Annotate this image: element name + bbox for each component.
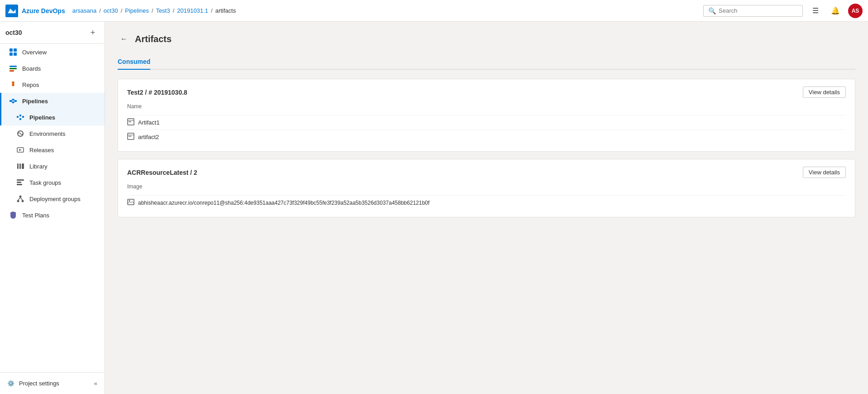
sidebar-item-pipelines-parent[interactable]: Pipelines: [0, 93, 105, 109]
search-icon: 🔍: [708, 7, 716, 14]
sidebar-item-boards[interactable]: Boards: [0, 60, 105, 77]
add-project-button[interactable]: +: [86, 26, 99, 39]
tabs: Consumed: [118, 54, 855, 70]
breadcrumb-oct30[interactable]: oct30: [104, 7, 118, 14]
sidebar-item-overview[interactable]: Overview: [0, 44, 105, 60]
project-settings-icon: ⚙️: [7, 380, 14, 387]
svg-rect-6: [10, 68, 17, 69]
app-logo[interactable]: Azure DevOps: [5, 5, 65, 17]
image1-icon: [127, 198, 134, 207]
svg-rect-39: [128, 199, 134, 205]
environments-icon: [16, 129, 25, 138]
pipelines-sub-icon: [16, 113, 25, 122]
sidebar-item-boards-label: Boards: [22, 65, 41, 72]
artifact2-icon: [127, 133, 134, 141]
breadcrumb-pipelines[interactable]: Pipelines: [125, 7, 149, 14]
artifact-card-1: Test2 / # 20191030.8 View details Name A…: [118, 79, 855, 152]
svg-rect-38: [129, 136, 131, 137]
breadcrumb-build[interactable]: 20191031.1: [177, 7, 208, 14]
topbar-actions: 🔍 ☰ 🔔 AS: [703, 4, 863, 18]
sidebar-item-environments-label: Environments: [29, 130, 65, 137]
svg-rect-19: [22, 116, 24, 118]
task-groups-icon: [16, 178, 25, 187]
user-avatar[interactable]: AS: [848, 4, 863, 18]
svg-line-31: [18, 197, 20, 200]
sidebar-item-deployment-groups[interactable]: Deployment groups: [0, 191, 105, 207]
collapse-button[interactable]: «: [94, 380, 97, 387]
svg-rect-10: [12, 101, 14, 103]
boards-icon: [9, 64, 18, 73]
svg-rect-26: [17, 182, 21, 183]
sidebar-item-library[interactable]: Library: [0, 158, 105, 174]
svg-point-29: [17, 200, 19, 202]
artifact-row-artifact1: Artifact1: [127, 115, 846, 130]
svg-rect-16: [17, 116, 19, 118]
sidebar: oct30 + Overview Boards Repos: [0, 22, 105, 394]
sidebar-item-overview-label: Overview: [22, 49, 47, 56]
content-area: ← Artifacts Consumed Test2 / # 20191030.…: [105, 22, 868, 394]
svg-rect-7: [10, 70, 14, 72]
overview-icon: [9, 48, 18, 57]
artifact-card-1-col-header: Name: [127, 103, 846, 111]
sidebar-item-task-groups-label: Task groups: [29, 179, 61, 186]
topbar: Azure DevOps arsasana / oct30 / Pipeline…: [0, 0, 868, 22]
azure-devops-logo-icon: [5, 5, 18, 17]
sidebar-item-releases[interactable]: Releases: [0, 142, 105, 158]
breadcrumb-test3[interactable]: Test3: [156, 7, 170, 14]
svg-rect-3: [10, 53, 13, 56]
sidebar-item-releases-label: Releases: [29, 147, 54, 154]
artifact-row-artifact2: artifact2: [127, 130, 846, 144]
svg-rect-25: [17, 179, 24, 181]
artifact-row-image1: abhisheaacr.azurecr.io/conrepo11@sha256:…: [127, 195, 846, 210]
breadcrumb-arsasana[interactable]: arsasana: [72, 7, 96, 14]
artifact-card-2: ACRResourceLatest / 2 View details Image…: [118, 159, 855, 217]
page-title: Artifacts: [135, 34, 172, 44]
deployment-groups-icon: [16, 194, 25, 203]
artifact-card-1-header: Test2 / # 20191030.8 View details: [127, 86, 846, 98]
artifact-card-2-col-header: Image: [127, 183, 846, 192]
sidebar-item-test-plans[interactable]: Test Plans: [0, 207, 105, 223]
svg-rect-9: [12, 99, 14, 101]
breadcrumb: arsasana / oct30 / Pipelines / Test3 / 2…: [72, 7, 703, 14]
svg-rect-23: [19, 163, 21, 169]
sidebar-item-environments[interactable]: Environments: [0, 125, 105, 142]
sidebar-item-deployment-groups-label: Deployment groups: [29, 196, 81, 202]
project-settings-button[interactable]: ⚙️ Project settings «: [0, 376, 105, 390]
sidebar-footer: ⚙️ Project settings «: [0, 372, 105, 394]
sidebar-item-task-groups[interactable]: Task groups: [0, 174, 105, 191]
svg-rect-27: [17, 184, 22, 185]
svg-rect-18: [19, 118, 21, 120]
pipelines-parent-icon: [9, 96, 18, 106]
library-icon: [16, 162, 25, 171]
back-button[interactable]: ←: [118, 33, 130, 45]
notification-button[interactable]: 🔔: [828, 4, 843, 18]
svg-line-15: [14, 101, 15, 102]
view-details-button-2[interactable]: View details: [803, 167, 846, 178]
sidebar-item-pipelines-label: Pipelines: [29, 114, 55, 121]
search-box[interactable]: 🔍: [703, 5, 803, 17]
artifact1-name: Artifact1: [138, 119, 160, 126]
svg-point-40: [129, 200, 130, 202]
app-name: Azure DevOps: [22, 7, 65, 14]
list-view-button[interactable]: ☰: [808, 4, 823, 18]
sidebar-item-pipelines-parent-label: Pipelines: [22, 98, 48, 105]
search-input[interactable]: [719, 7, 798, 14]
main-layout: oct30 + Overview Boards Repos: [0, 22, 868, 394]
sidebar-item-library-label: Library: [29, 163, 48, 170]
tab-consumed[interactable]: Consumed: [118, 54, 150, 70]
svg-rect-22: [17, 163, 19, 169]
svg-rect-24: [22, 163, 24, 169]
sidebar-item-repos[interactable]: Repos: [0, 77, 105, 93]
sidebar-item-pipelines[interactable]: Pipelines: [0, 109, 105, 125]
svg-rect-17: [19, 115, 21, 116]
sidebar-item-repos-label: Repos: [22, 82, 39, 88]
svg-line-12: [11, 100, 12, 101]
svg-rect-4: [14, 53, 17, 56]
sidebar-project: oct30 +: [0, 22, 105, 44]
project-settings-label: Project settings: [19, 380, 59, 387]
svg-rect-8: [10, 100, 11, 102]
svg-line-13: [11, 101, 12, 102]
svg-point-28: [19, 196, 22, 198]
view-details-button-1[interactable]: View details: [803, 86, 846, 98]
artifact2-name: artifact2: [138, 134, 159, 140]
